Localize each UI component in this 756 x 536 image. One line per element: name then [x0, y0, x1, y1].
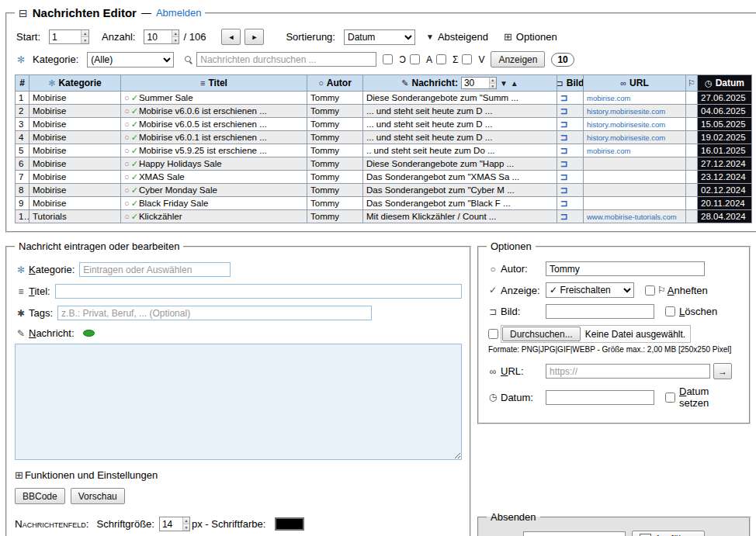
pin-checkbox[interactable]: [645, 285, 655, 296]
row-flag-cell[interactable]: [686, 118, 698, 131]
sort-asc-icon[interactable]: ▲: [511, 79, 518, 88]
table-row[interactable]: 9 Mobirise ○✓Black Friday Sale Tommy Das…: [16, 197, 752, 210]
table-row[interactable]: 5 Mobirise ○✓Mobirise v5.9.25 ist erschi…: [16, 144, 752, 157]
url-input[interactable]: [546, 364, 710, 379]
upload-checkbox[interactable]: [488, 329, 498, 339]
row-image-cell[interactable]: ⊐: [557, 131, 584, 144]
table-row[interactable]: 2 Mobirise ○✓Mobirise v6.0.6 ist erschie…: [16, 105, 752, 118]
row-url-link[interactable]: history.mobirisesite.com: [587, 133, 665, 142]
browse-button[interactable]: Durchsuchen...: [502, 327, 581, 341]
header-image[interactable]: ⊐Bild: [557, 75, 584, 92]
row-url-link[interactable]: mobirise.com: [587, 147, 631, 155]
row-url-link[interactable]: history.mobirisesite.com: [587, 107, 665, 116]
row-image-cell[interactable]: ⊐: [557, 144, 584, 157]
url-go-button[interactable]: →: [713, 363, 732, 379]
spin-down-icon[interactable]: ▼: [81, 37, 88, 43]
table-row[interactable]: 7 Mobirise ○✓XMAS Sale Tommy Das Sondera…: [16, 171, 752, 184]
search-flag-checkbox[interactable]: [383, 54, 393, 64]
execute-button[interactable]: → Ausführen: [632, 531, 706, 536]
spin-up-icon[interactable]: ▲: [81, 30, 88, 37]
start-input[interactable]: [50, 30, 81, 43]
search-flag-checkbox[interactable]: [436, 54, 446, 64]
show-button[interactable]: Anzeigen: [491, 51, 545, 67]
table-row[interactable]: 3 Mobirise ○✓Mobirise v6.0.5 ist erschie…: [16, 118, 752, 131]
spin-down-icon[interactable]: ▼: [172, 37, 179, 43]
row-image-cell[interactable]: ⊐: [557, 197, 584, 210]
row-title-cell[interactable]: ○✓Mobirise v5.9.25 ist erschiene ...: [121, 144, 307, 157]
filter-category-select[interactable]: (Alle): [87, 52, 174, 67]
header-author[interactable]: ○Autor: [307, 75, 363, 92]
message-length-stepper[interactable]: ▲ ▼: [461, 77, 497, 89]
set-date-checkbox[interactable]: [665, 392, 675, 403]
row-url-link[interactable]: www.mobirise-tutorials.com: [587, 213, 677, 221]
table-row[interactable]: 1 Mobirise ○✓Summer Sale Tommy Diese Son…: [16, 92, 752, 105]
row-flag-cell[interactable]: [686, 157, 698, 171]
functions-toggle[interactable]: ⊞ Funktionen und Einstellungen: [15, 469, 462, 481]
preview-button[interactable]: Vorschau: [71, 488, 125, 504]
delete-image-checkbox[interactable]: [665, 306, 675, 316]
status-circle-icon[interactable]: ○: [124, 199, 130, 208]
status-circle-icon[interactable]: ○: [124, 133, 130, 142]
prev-page-button[interactable]: ◄: [221, 29, 241, 45]
row-url-link[interactable]: mobirise.com: [587, 94, 631, 102]
status-circle-icon[interactable]: ○: [124, 159, 130, 168]
row-title-cell[interactable]: ○✓Klickzähler: [121, 210, 307, 223]
count-stepper[interactable]: ▲ ▼: [144, 29, 179, 44]
table-row[interactable]: 10 Tutorials ○✓Klickzähler Tommy Mit die…: [16, 210, 752, 223]
action-select[interactable]: [523, 531, 626, 536]
row-image-cell[interactable]: ⊐: [557, 105, 584, 118]
row-image-cell[interactable]: ⊐: [557, 157, 584, 171]
row-url-link[interactable]: history.mobirisesite.com: [587, 120, 665, 129]
entry-category-input[interactable]: [79, 262, 231, 277]
search-flag-checkbox[interactable]: [410, 54, 420, 64]
entry-message-textarea[interactable]: [15, 344, 462, 460]
header-url[interactable]: ∞URL: [584, 75, 686, 92]
row-title-cell[interactable]: ○✓Mobirise v6.0.1 ist erschienen ...: [121, 131, 307, 144]
fontsize-stepper[interactable]: ▲ ▼: [159, 517, 190, 531]
status-circle-icon[interactable]: ○: [124, 172, 130, 182]
header-flag[interactable]: ⚐: [686, 75, 698, 92]
row-flag-cell[interactable]: [686, 184, 698, 197]
row-image-cell[interactable]: ⊐: [557, 210, 584, 223]
sort-select[interactable]: Datum: [344, 29, 415, 45]
row-title-cell[interactable]: ○✓Mobirise v6.0.6 ist erschienen ...: [121, 105, 307, 118]
row-image-cell[interactable]: ⊐: [557, 184, 584, 197]
row-flag-cell[interactable]: [686, 210, 698, 223]
row-title-cell[interactable]: ○✓Happy Holidays Sale: [121, 157, 307, 171]
status-circle-icon[interactable]: ○: [124, 146, 130, 155]
table-row[interactable]: 6 Mobirise ○✓Happy Holidays Sale Tommy D…: [16, 157, 752, 171]
row-title-cell[interactable]: ○✓XMAS Sale: [121, 171, 307, 184]
row-image-cell[interactable]: ⊐: [557, 171, 584, 184]
row-flag-cell[interactable]: [686, 131, 698, 144]
spin-down-icon[interactable]: ▼: [183, 524, 189, 531]
row-flag-cell[interactable]: [686, 171, 698, 184]
sort-desc-icon[interactable]: ▼: [500, 79, 508, 88]
header-date[interactable]: ◷Datum: [698, 75, 752, 92]
message-length-input[interactable]: [462, 78, 489, 88]
display-select[interactable]: ✓ Freischalten: [546, 282, 634, 298]
author-input[interactable]: [546, 261, 705, 276]
row-flag-cell[interactable]: [686, 105, 698, 118]
bbcode-button[interactable]: BBCode: [15, 488, 65, 504]
status-circle-icon[interactable]: ○: [124, 106, 130, 116]
start-stepper[interactable]: ▲ ▼: [49, 29, 89, 44]
search-flag-checkbox[interactable]: [462, 54, 472, 64]
status-circle-icon[interactable]: ○: [124, 93, 130, 102]
row-flag-cell[interactable]: [686, 144, 698, 157]
row-flag-cell[interactable]: [686, 197, 698, 210]
row-title-cell[interactable]: ○✓Summer Sale: [121, 92, 307, 105]
fontsize-input[interactable]: [160, 517, 182, 531]
row-title-cell[interactable]: ○✓Black Friday Sale: [121, 197, 307, 210]
row-title-cell[interactable]: ○✓Mobirise v6.0.5 ist erschienen ...: [121, 118, 307, 131]
options-toggle[interactable]: ⊞ Optionen: [504, 31, 557, 43]
table-row[interactable]: 8 Mobirise ○✓Cyber Monday Sale Tommy Das…: [16, 184, 752, 197]
header-category[interactable]: ✻Kategorie: [29, 75, 121, 92]
fontcolor-swatch[interactable]: [275, 517, 304, 531]
spin-down-icon[interactable]: ▼: [490, 84, 496, 89]
row-image-cell[interactable]: ⊐: [557, 92, 584, 105]
search-input[interactable]: [196, 52, 376, 67]
entry-title-input[interactable]: [55, 284, 462, 299]
status-circle-icon[interactable]: ○: [124, 119, 130, 129]
row-flag-cell[interactable]: [686, 92, 698, 105]
spin-up-icon[interactable]: ▲: [183, 517, 189, 524]
